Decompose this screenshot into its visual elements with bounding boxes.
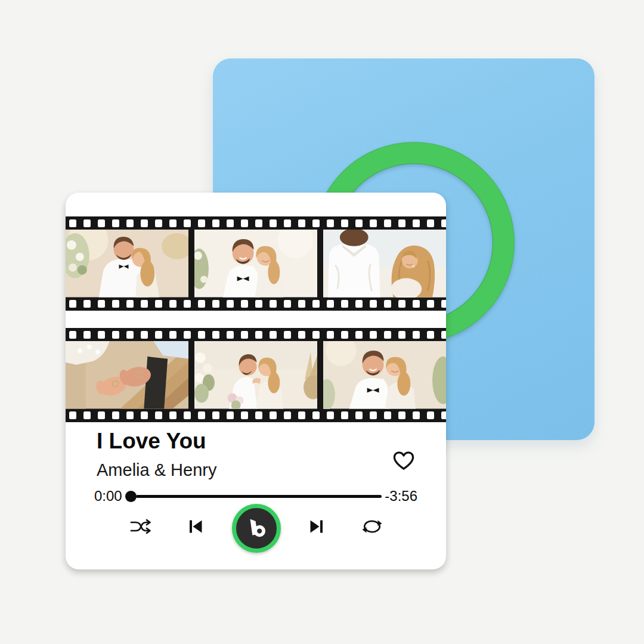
music-plaque-card: I Love You Amelia & Henry 0:00 -3:56 xyxy=(66,193,446,569)
sprocket-band xyxy=(66,328,446,341)
film-photo-wedding-rings xyxy=(66,341,188,408)
play-button[interactable] xyxy=(232,504,281,553)
film-photo-cheek-to-cheek xyxy=(323,341,446,408)
sprocket-band xyxy=(66,409,446,422)
remaining-time: -3:56 xyxy=(385,488,417,504)
film-photo-couple-smiling xyxy=(194,230,317,297)
heart-icon[interactable] xyxy=(392,451,415,471)
filmstrip-top xyxy=(66,216,446,311)
shuffle-icon[interactable] xyxy=(129,519,152,535)
song-title: I Love You xyxy=(97,429,206,454)
next-track-icon[interactable] xyxy=(309,519,324,534)
scene: I Love You Amelia & Henry 0:00 -3:56 xyxy=(0,0,644,644)
film-photo-bride-over-shoulder xyxy=(323,230,446,297)
previous-track-icon[interactable] xyxy=(188,519,203,534)
elapsed-time: 0:00 xyxy=(94,488,122,504)
brand-b-logo xyxy=(247,516,265,540)
filmstrip-top-photos xyxy=(66,230,446,297)
repeat-icon[interactable] xyxy=(361,518,383,535)
sprocket-band xyxy=(66,216,446,230)
filmstrip-bottom-photos xyxy=(66,341,446,408)
film-photo-face-to-face xyxy=(194,341,317,408)
filmstrip-bottom xyxy=(66,328,446,422)
sprocket-band xyxy=(66,298,446,311)
film-photo-couple-embracing xyxy=(66,230,188,297)
progress-bar: 0:00 -3:56 xyxy=(94,487,417,505)
progress-track[interactable] xyxy=(136,495,382,498)
artist-names: Amelia & Henry xyxy=(97,460,216,480)
progress-thumb[interactable] xyxy=(125,491,137,502)
